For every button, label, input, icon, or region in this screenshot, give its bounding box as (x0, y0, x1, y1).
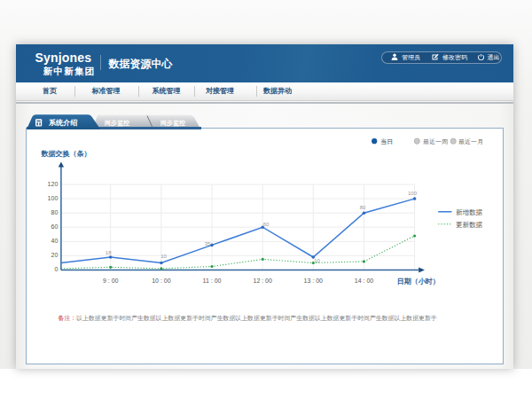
svg-text:100: 100 (407, 191, 417, 196)
svg-text:最近一月: 最近一月 (458, 137, 483, 145)
svg-text:40: 40 (51, 238, 58, 244)
svg-text:新增数据: 新增数据 (456, 207, 483, 215)
svg-text:60: 60 (51, 223, 58, 230)
svg-text:12 : 00: 12 : 00 (253, 277, 272, 283)
svg-text:当日: 当日 (380, 137, 393, 145)
svg-text:13 : 00: 13 : 00 (303, 277, 323, 283)
svg-text:更新数据: 更新数据 (456, 220, 483, 228)
svg-text:18: 18 (105, 249, 111, 254)
svg-text:100: 100 (47, 195, 58, 201)
svg-text:14 : 00: 14 : 00 (354, 277, 373, 283)
svg-text:10: 10 (160, 254, 167, 259)
svg-text:11 : 00: 11 : 00 (202, 277, 221, 283)
svg-text:日期（小时）: 日期（小时） (396, 277, 439, 285)
svg-text:35: 35 (204, 240, 210, 246)
svg-text:80: 80 (359, 205, 365, 210)
svg-text:数据交换（条）: 数据交换（条） (40, 150, 90, 158)
svg-text:备注：以上数据更新于时间产生数据以上数据更新于时间产生数据以: 备注：以上数据更新于时间产生数据以上数据更新于时间产生数据以上数据更新于时间产生… (58, 315, 436, 322)
svg-text:同步监控: 同步监控 (160, 120, 185, 127)
svg-text:系统介绍: 系统介绍 (48, 118, 77, 127)
svg-text:最近一周: 最近一周 (423, 137, 448, 144)
svg-text:80: 80 (51, 209, 58, 215)
svg-text:0: 0 (54, 266, 58, 272)
svg-text:9 : 00: 9 : 00 (102, 277, 118, 283)
svg-text:60: 60 (262, 221, 269, 226)
svg-text:10 : 00: 10 : 00 (152, 277, 171, 283)
svg-text:10: 10 (314, 257, 320, 262)
svg-text:同步监控: 同步监控 (105, 120, 129, 127)
svg-text:20: 20 (51, 252, 58, 258)
svg-text:120: 120 (47, 181, 58, 187)
